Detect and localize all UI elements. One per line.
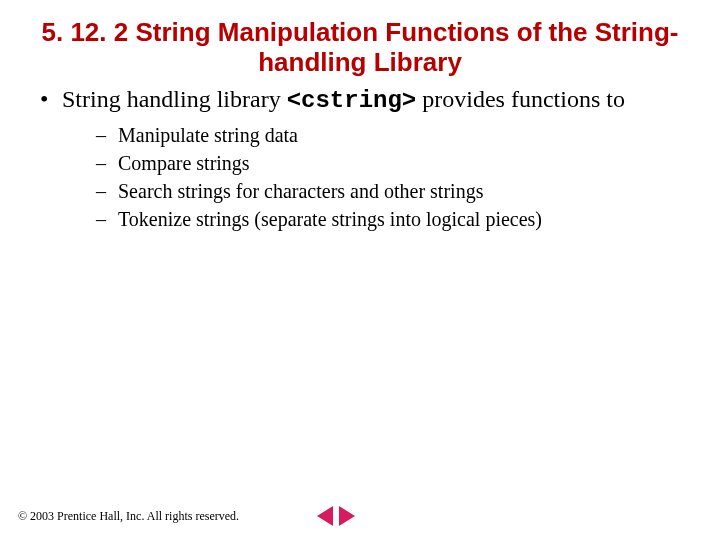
bullet-text-post: provides functions to — [416, 86, 625, 112]
sub-bullet-list: Manipulate string data Compare strings S… — [36, 122, 684, 232]
list-item: Compare strings — [96, 150, 684, 176]
next-arrow-icon[interactable] — [339, 506, 355, 526]
main-bullet: String handling library <cstring> provid… — [36, 84, 684, 116]
bullet-text-pre: String handling library — [62, 86, 287, 112]
slide: 5. 12. 2 String Manipulation Functions o… — [0, 0, 720, 540]
copyright-text: © 2003 Prentice Hall, Inc. All rights re… — [18, 509, 239, 524]
nav-controls — [317, 506, 355, 526]
slide-title: 5. 12. 2 String Manipulation Functions o… — [36, 18, 684, 78]
bullet-code: <cstring> — [287, 87, 417, 114]
list-item: Search strings for characters and other … — [96, 178, 684, 204]
footer: © 2003 Prentice Hall, Inc. All rights re… — [18, 506, 355, 526]
list-item: Tokenize strings (separate strings into … — [96, 206, 684, 232]
list-item: Manipulate string data — [96, 122, 684, 148]
prev-arrow-icon[interactable] — [317, 506, 333, 526]
